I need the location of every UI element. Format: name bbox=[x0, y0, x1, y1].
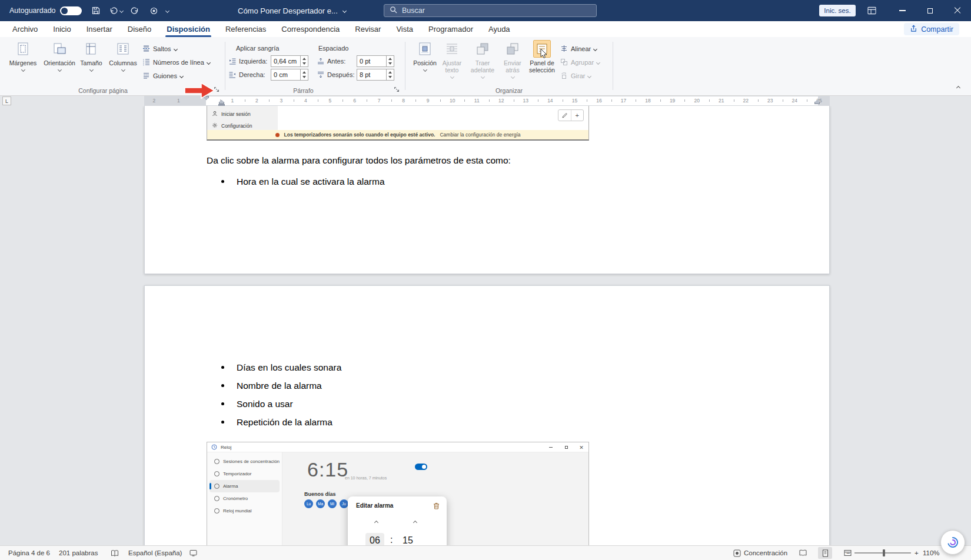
document-canvas[interactable]: Iniciar sesión Configuración + Los tempo… bbox=[0, 106, 971, 545]
quick-access-icon[interactable] bbox=[146, 0, 161, 21]
ribbon-tab[interactable]: Diseño bbox=[120, 21, 159, 37]
horizontal-ruler: 21 1234567891011121314151617181920212223… bbox=[0, 96, 971, 106]
autosave-toggle[interactable] bbox=[60, 6, 82, 15]
clock-icon bbox=[211, 444, 217, 450]
maximize-icon bbox=[561, 442, 571, 452]
size-button[interactable]: Tamaño bbox=[74, 39, 108, 85]
send-backward-button[interactable]: Enviar atrás bbox=[497, 39, 528, 85]
proofing-icon[interactable] bbox=[111, 546, 119, 560]
ribbon: Márgenes Orientación Tamaño Columnas bbox=[0, 37, 971, 96]
spacing-before-icon bbox=[317, 58, 325, 65]
assistant-floating-button[interactable] bbox=[940, 530, 965, 555]
save-icon[interactable] bbox=[88, 0, 104, 21]
ribbon-display-options-icon[interactable] bbox=[861, 0, 882, 21]
zoom-percentage[interactable]: 110% bbox=[923, 546, 940, 560]
ribbon-tab[interactable]: Insertar bbox=[79, 21, 120, 37]
ribbon-tab[interactable]: Correspondencia bbox=[274, 21, 347, 37]
indent-left-spinner[interactable] bbox=[300, 56, 308, 66]
hour-up-chevron bbox=[374, 521, 378, 525]
position-button[interactable]: Posición bbox=[410, 39, 440, 85]
document-page-1[interactable]: Iniciar sesión Configuración + Los tempo… bbox=[144, 106, 830, 274]
columns-button[interactable]: Columnas bbox=[106, 39, 140, 85]
bullet-list: Días en los cuales sonara Nombre de la a… bbox=[145, 358, 829, 431]
group-objects-icon bbox=[560, 58, 568, 67]
search-input[interactable] bbox=[402, 6, 591, 15]
align-button[interactable]: Alinear bbox=[560, 43, 597, 55]
ruler-number: 11 bbox=[464, 96, 489, 106]
ribbon-tab[interactable]: Disposición bbox=[159, 21, 218, 37]
ruler-number: 10 bbox=[440, 96, 465, 106]
clock-main-panel: 6:15 en 10 horas, 7 minutos Buenos días … bbox=[282, 452, 588, 545]
group-button[interactable]: Agrupar bbox=[560, 56, 600, 68]
nav-item-icon bbox=[214, 471, 220, 476]
page-indicator[interactable]: Página 4 de 6 bbox=[8, 546, 50, 560]
indent-right-spinner[interactable] bbox=[300, 69, 308, 80]
bring-forward-button[interactable]: Traer adelante bbox=[467, 39, 498, 85]
document-title[interactable]: Cómo Poner Despertador e... bbox=[238, 0, 346, 21]
selection-pane-button[interactable]: Panel de selección bbox=[525, 39, 559, 85]
hour-value: 06 bbox=[365, 533, 384, 545]
clock-nav-item: Reloj mundial bbox=[210, 505, 280, 517]
group-label-page-setup: Configurar página bbox=[5, 87, 201, 94]
rotate-button[interactable]: Girar bbox=[560, 70, 591, 82]
redo-icon[interactable] bbox=[127, 0, 142, 21]
print-layout-icon[interactable] bbox=[818, 547, 832, 559]
ruler-number: 23 bbox=[758, 96, 783, 106]
ribbon-tab[interactable]: Revisar bbox=[347, 21, 388, 37]
zoom-out-button[interactable]: − bbox=[846, 546, 850, 560]
search-box[interactable] bbox=[384, 4, 597, 17]
spacing-after-spinner[interactable] bbox=[386, 69, 394, 80]
ribbon-tab[interactable]: Vista bbox=[388, 21, 421, 37]
sign-in-button[interactable]: Inic. ses. bbox=[819, 5, 856, 16]
spacing-before-input[interactable]: 0 pt bbox=[357, 55, 394, 67]
read-mode-icon[interactable] bbox=[796, 547, 810, 559]
margins-button[interactable]: Márgenes bbox=[6, 39, 40, 85]
ribbon-tab[interactable]: Archivo bbox=[5, 21, 45, 37]
line-numbers-icon bbox=[142, 58, 150, 67]
hyphenation-button[interactable]: Guiones bbox=[142, 70, 183, 82]
embedded-screenshot-clock-app[interactable]: Reloj ✕ Sesiones de concentración Tempor… bbox=[207, 442, 589, 545]
indent-right-input[interactable]: 0 cm bbox=[271, 69, 308, 81]
undo-dropdown-chevron[interactable] bbox=[117, 0, 125, 21]
day-circle: Lu bbox=[304, 499, 313, 508]
wrap-text-button[interactable]: Ajustar texto bbox=[437, 39, 467, 85]
close-button[interactable] bbox=[944, 0, 971, 21]
ruler-number: 3 bbox=[269, 96, 294, 106]
paragraph-text: Da clic sobre la alarma para configurar … bbox=[207, 155, 511, 166]
macro-record-icon[interactable] bbox=[189, 546, 197, 560]
share-icon bbox=[910, 25, 917, 34]
indent-left-field: Izquierda: 0,64 cm bbox=[229, 55, 308, 67]
ruler-number: 4 bbox=[294, 96, 318, 106]
ribbon-tab[interactable]: Referencias bbox=[218, 21, 274, 37]
indent-right-icon bbox=[229, 71, 237, 78]
breaks-button[interactable]: Saltos bbox=[142, 43, 177, 55]
language-selector[interactable]: Español (España) bbox=[128, 546, 182, 560]
annotation-arrow bbox=[184, 81, 215, 100]
minimize-button[interactable] bbox=[892, 0, 913, 21]
embedded-screenshot-settings[interactable]: Iniciar sesión Configuración + Los tempo… bbox=[207, 106, 589, 141]
ruler-number: 18 bbox=[636, 96, 660, 106]
share-button[interactable]: Compartir bbox=[904, 23, 959, 35]
document-page-2[interactable]: Días en los cuales sonara Nombre de la a… bbox=[144, 285, 830, 545]
ruler-number: 20 bbox=[684, 96, 709, 106]
zoom-slider-thumb[interactable] bbox=[883, 549, 885, 556]
indent-right-field: Derecha: 0 cm bbox=[229, 69, 308, 81]
focus-mode-button[interactable]: Concentración bbox=[744, 546, 787, 560]
toolbar-more-chevron[interactable] bbox=[162, 0, 172, 21]
line-numbers-button[interactable]: Números de línea bbox=[142, 56, 210, 68]
spacing-before-spinner[interactable] bbox=[386, 56, 394, 66]
alarm-toggle bbox=[415, 464, 427, 470]
spacing-header: Espaciado bbox=[318, 45, 348, 52]
spacing-after-input[interactable]: 8 pt bbox=[357, 69, 394, 81]
ribbon-tab[interactable]: Inicio bbox=[45, 21, 78, 37]
gear-icon bbox=[212, 122, 218, 129]
indent-left-input[interactable]: 0,64 cm bbox=[271, 55, 308, 67]
orientation-button[interactable]: Orientación bbox=[42, 39, 77, 85]
paragraph-dialog-launcher[interactable] bbox=[392, 85, 401, 94]
ribbon-tab[interactable]: Programador bbox=[421, 21, 481, 37]
ribbon-tab[interactable]: Ayuda bbox=[481, 21, 518, 37]
zoom-in-button[interactable]: + bbox=[915, 546, 919, 560]
ruler-number: 17 bbox=[611, 96, 636, 106]
word-count[interactable]: 201 palabras bbox=[59, 546, 98, 560]
maximize-button[interactable] bbox=[919, 0, 940, 21]
